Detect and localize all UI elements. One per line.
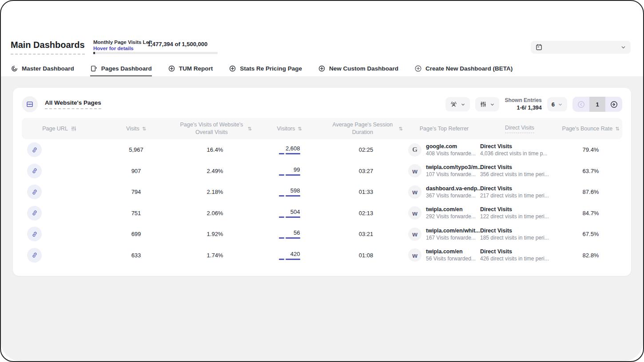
card-header: All Website's Pages [22, 94, 622, 114]
table-row: 633 1.74% 420 01:08 w twipla.com/en 56 [22, 245, 622, 266]
direct-visits-title: Direct Visits [480, 164, 559, 170]
referrer-subtext: 367 Visits forwarde... [426, 193, 482, 199]
visitors-cell: 99 [255, 166, 324, 176]
direct-visits-title: Direct Visits [480, 228, 559, 234]
table-row: 907 2.49% 99 03:27 w twipla.com/typo3/m.… [22, 161, 622, 182]
tab-label: Master Dashboard [22, 65, 74, 72]
direct-visits-subtext: 356 direct visits in time peri... [480, 171, 559, 177]
top-referrer-cell[interactable]: w twipla.com/en 292 Visits forwarde... [408, 206, 480, 220]
bounce-rate-cell: 87.6% [559, 189, 622, 195]
tab-create-new-dashboard[interactable]: Create New Dashboard (BETA) [414, 65, 513, 76]
top-referrer-cell[interactable]: w twipla.com/en/whit... 167 Visits forwa… [408, 228, 480, 241]
segments-button[interactable] [445, 97, 470, 111]
quota-progress-fill [93, 52, 95, 54]
column-label: Visitors [277, 125, 295, 133]
page-size-value: 6 [552, 101, 555, 108]
session-duration-cell: 03:21 [324, 231, 408, 237]
session-duration-cell: 03:27 [324, 168, 408, 174]
tab-pages-dashboard[interactable]: Pages Dashboard [90, 65, 152, 76]
visits-cell: 5,967 [97, 146, 175, 153]
sort-icon: ⇅ [615, 126, 619, 131]
direct-visits-cell: Direct Visits 426 direct visits in time … [480, 248, 559, 262]
link-icon[interactable] [27, 206, 42, 220]
link-icon[interactable] [27, 185, 42, 199]
pct-of-overall-cell: 2.18% [175, 189, 255, 195]
dashboard-tabs: Master Dashboard Pages Dashboard TUM Rep… [11, 63, 513, 76]
visitors-bar [279, 237, 300, 239]
direct-visits-cell: Direct Visits 4,036 direct visits in tim… [480, 143, 559, 157]
shown-entries-value: 1-6/ 1,394 [505, 104, 541, 111]
column-header-direct-visits[interactable]: Direct Visits [480, 124, 559, 134]
visitors-bar [279, 174, 300, 176]
visits-cell: 633 [97, 252, 175, 259]
column-label: Direct Visits [505, 124, 534, 134]
column-header-pct-of-overall[interactable]: Page's Visits of Website's Overall Visit… [175, 121, 255, 136]
page-url-cell [22, 248, 97, 263]
date-range-picker[interactable] [531, 41, 631, 54]
page-size-select[interactable]: 6 [547, 97, 567, 111]
referrer-subtext: 107 Visits forwarde... [426, 171, 482, 177]
direct-visits-subtext: 426 direct visits in time peri... [480, 256, 559, 262]
referrer-subtext: 56 Visits forwarded... [426, 256, 476, 262]
top-referrer-cell[interactable]: w dashboard.va-endp... 367 Visits forwar… [408, 185, 480, 199]
referrer-favicon: G [408, 143, 421, 157]
column-header-bounce-rate[interactable]: Page's Bounce Rate ⇅ [559, 125, 622, 133]
top-referrer-cell[interactable]: G google.com 408 Visits forwarde... [408, 143, 480, 157]
column-label: Page's Top Referrer [420, 125, 469, 133]
tab-new-custom-dashboard[interactable]: New Custom Dashboard [318, 65, 398, 76]
link-icon[interactable] [27, 164, 42, 178]
table-row: 794 2.18% 598 01:33 w dashboard.va-endp.… [22, 181, 622, 203]
column-header-page-url[interactable]: Page URL [22, 125, 97, 133]
session-duration-cell: 01:08 [324, 252, 408, 259]
column-header-session-duration[interactable]: Average Page's Session Duration ⇅ [324, 121, 408, 136]
referrer-favicon: w [408, 206, 421, 220]
visitors-bar [279, 153, 300, 154]
visitors-value: 420 [279, 251, 300, 257]
card-title: All Website's Pages [45, 99, 101, 109]
tab-tum-report[interactable]: TUM Report [168, 65, 213, 76]
column-header-visitors[interactable]: Visitors ⇅ [255, 125, 324, 133]
card-toolbar: Shown Entries 1-6/ 1,394 6 [445, 97, 622, 112]
direct-visits-title: Direct Visits [480, 248, 559, 255]
link-icon[interactable] [27, 227, 42, 241]
tab-master-dashboard[interactable]: Master Dashboard [11, 65, 74, 76]
pages-icon [90, 65, 98, 72]
table-row: 751 2.06% 504 02:13 w twipla.com/en 292 [22, 203, 622, 224]
table-header-row: Page URL Visits ⇅ Page's Visits of Websi… [22, 118, 622, 139]
chevron-down-icon [558, 102, 563, 107]
referrer-favicon: w [408, 248, 421, 262]
bounce-rate-cell: 82.8% [559, 252, 622, 259]
direct-visits-title: Direct Visits [480, 143, 559, 150]
visitors-cell: 56 [255, 229, 324, 239]
tab-label: TUM Report [179, 65, 213, 72]
column-label: Visits [126, 125, 139, 133]
column-header-top-referrer: Page's Top Referrer [408, 125, 480, 133]
pct-of-overall-cell: 1.74% [175, 252, 255, 259]
referrer-name: twipla.com/en [426, 248, 476, 255]
direct-visits-title: Direct Visits [480, 185, 559, 192]
top-referrer-cell[interactable]: w twipla.com/typo3/m... 107 Visits forwa… [408, 164, 480, 177]
column-header-visits[interactable]: Visits ⇅ [97, 125, 175, 133]
content-background: All Website's Pages [1, 76, 643, 361]
circle-plus-icon [318, 65, 326, 72]
circle-plus-icon [168, 65, 175, 72]
pct-of-overall-cell: 2.49% [175, 168, 255, 174]
next-page-button[interactable] [605, 97, 622, 112]
quota-count: 1,477,394 of 1,500,000 [147, 41, 207, 47]
direct-visits-title: Direct Visits [480, 206, 559, 212]
previous-page-button[interactable] [572, 97, 589, 112]
table-icon [22, 96, 38, 112]
top-referrer-cell[interactable]: w twipla.com/en 56 Visits forwarded... [408, 248, 480, 262]
quota-progress-bar [93, 52, 218, 54]
chevron-down-icon [620, 44, 626, 50]
tab-stats-re-pricing-page[interactable]: Stats Re Pricing Page [229, 65, 302, 76]
filters-button[interactable] [475, 97, 499, 111]
tab-label: Stats Re Pricing Page [240, 65, 302, 72]
visitors-value: 504 [279, 209, 300, 215]
column-label: Page's Bounce Rate [562, 125, 613, 133]
sort-icon: ⇅ [398, 126, 402, 131]
link-icon[interactable] [27, 248, 42, 263]
column-label: Page URL [42, 125, 68, 133]
link-icon[interactable] [27, 142, 42, 157]
page-url-cell [22, 227, 97, 241]
